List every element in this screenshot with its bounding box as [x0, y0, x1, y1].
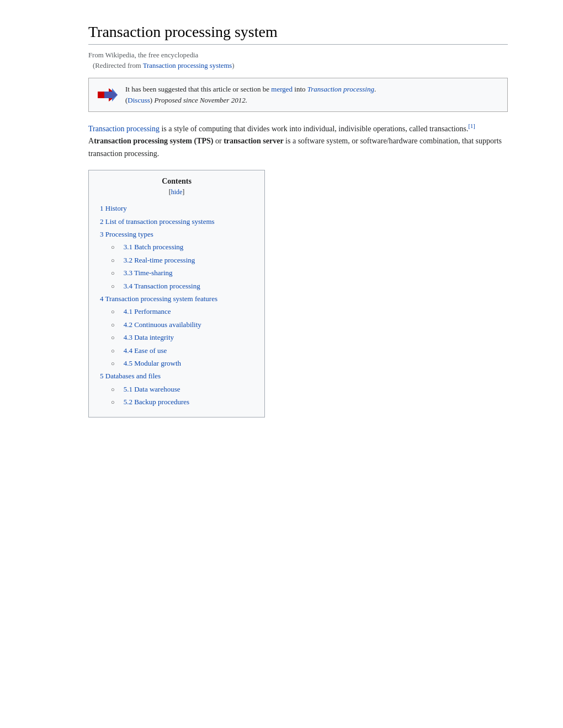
- merge-icon: [97, 84, 119, 106]
- toc-item-5-2: ○ 5.2 Backup procedures: [100, 395, 253, 408]
- toc-hide: [hide]: [100, 188, 253, 196]
- toc-link-5[interactable]: 5 Databases and files: [100, 372, 161, 380]
- toc-link-1[interactable]: 1 History: [100, 204, 127, 212]
- toc-item-5-1: ○ 5.1 Data warehouse: [100, 383, 253, 395]
- toc-link-3-3[interactable]: 3.3 Time-sharing: [124, 266, 173, 279]
- transaction-processing-intro-link[interactable]: Transaction processing: [88, 125, 160, 133]
- discuss-link[interactable]: Discuss: [128, 96, 150, 104]
- toc-bullet-3-4: ○: [111, 281, 115, 292]
- intro-paragraph: Transaction processing is a style of com…: [88, 122, 508, 160]
- toc-link-5-1[interactable]: 5.1 Data warehouse: [124, 383, 180, 395]
- toc-item-3: 3 Processing types: [100, 228, 253, 240]
- toc-item-4-1: ○ 4.1 Performance: [100, 305, 253, 318]
- toc-bullet-5-1: ○: [111, 384, 115, 395]
- toc-item-4-2: ○ 4.2 Continuous availability: [100, 318, 253, 331]
- toc-link-5-2[interactable]: 5.2 Backup procedures: [124, 395, 190, 408]
- merge-text: It has been suggested that this article …: [125, 84, 376, 105]
- ref1-link[interactable]: [1]: [468, 123, 475, 129]
- toc-item-2: 2 List of transaction processing systems: [100, 215, 253, 228]
- toc-item-5: 5 Databases and files: [100, 370, 253, 382]
- toc-bullet-3-1: ○: [111, 242, 115, 253]
- toc-link-4-3[interactable]: 4.3 Data integrity: [124, 331, 174, 344]
- toc-bullet-3-2: ○: [111, 255, 115, 266]
- toc-hide-link[interactable]: hide: [171, 188, 183, 196]
- toc-link-3-1[interactable]: 3.1 Batch processing: [124, 240, 184, 253]
- toc-bullet-5-2: ○: [111, 397, 115, 408]
- toc-bullet-4-3: ○: [111, 333, 115, 344]
- toc-item-3-4: ○ 3.4 Transaction processing: [100, 280, 253, 292]
- page-title: Transaction processing system: [88, 22, 508, 45]
- toc-bullet-4-1: ○: [111, 307, 115, 318]
- toc-bullet-4-5: ○: [111, 358, 115, 370]
- toc-item-3-1: ○ 3.1 Batch processing: [100, 240, 253, 253]
- redirected-from: (Redirected from Transaction processing …: [88, 62, 508, 70]
- tps-bold: transaction processing system (TPS): [94, 137, 213, 145]
- toc-link-4-1[interactable]: 4.1 Performance: [124, 305, 171, 318]
- toc-bullet-4-2: ○: [111, 320, 115, 331]
- merged-link[interactable]: merged: [271, 85, 293, 93]
- toc-link-3-2[interactable]: 3.2 Real-time processing: [124, 254, 195, 266]
- table-of-contents: Contents [hide] 1 History 2 List of tran…: [88, 170, 265, 417]
- transaction-server-bold: transaction server: [224, 137, 283, 145]
- toc-link-4-2[interactable]: 4.2 Continuous availability: [124, 318, 201, 331]
- toc-bullet-4-4: ○: [111, 346, 115, 357]
- toc-link-4-5[interactable]: 4.5 Modular growth: [124, 357, 181, 370]
- toc-title: Contents: [100, 177, 253, 186]
- toc-item-3-2: ○ 3.2 Real-time processing: [100, 254, 253, 266]
- toc-link-2[interactable]: 2 List of transaction processing systems: [100, 217, 215, 226]
- toc-item-3-3: ○ 3.3 Time-sharing: [100, 266, 253, 279]
- toc-item-4-4: ○ 4.4 Ease of use: [100, 344, 253, 357]
- toc-list: 1 History 2 List of transaction processi…: [100, 202, 253, 408]
- toc-bullet-3-3: ○: [111, 268, 115, 279]
- toc-link-4[interactable]: 4 Transaction processing system features: [100, 295, 217, 303]
- toc-link-3[interactable]: 3 Processing types: [100, 230, 153, 238]
- toc-link-3-4[interactable]: 3.4 Transaction processing: [124, 280, 200, 292]
- proposed-text: Proposed since November 2012.: [152, 96, 247, 104]
- redirected-from-prefix: (Redirected from: [93, 62, 143, 69]
- redirected-from-link[interactable]: Transaction processing systems: [143, 62, 232, 69]
- toc-item-1: 1 History: [100, 202, 253, 215]
- toc-link-4-4[interactable]: 4.4 Ease of use: [124, 344, 167, 357]
- transaction-processing-link[interactable]: Transaction processing: [307, 85, 374, 93]
- toc-item-4-5: ○ 4.5 Modular growth: [100, 357, 253, 370]
- redirected-from-suffix: ): [232, 62, 234, 69]
- merge-suggestion-box: It has been suggested that this article …: [88, 78, 508, 112]
- toc-item-4-3: ○ 4.3 Data integrity: [100, 331, 253, 344]
- from-wikipedia-text: From Wikipedia, the free encyclopedia: [88, 51, 508, 60]
- toc-item-4: 4 Transaction processing system features: [100, 292, 253, 305]
